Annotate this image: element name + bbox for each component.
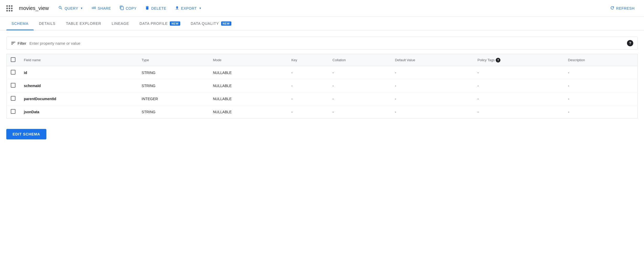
- cell-policy-tags: -: [473, 92, 564, 105]
- table-row: id STRING NULLABLE - - - - -: [7, 66, 638, 79]
- filter-input[interactable]: [29, 41, 627, 46]
- query-dropdown-icon: ▼: [80, 7, 83, 10]
- cell-collation: -: [328, 66, 391, 79]
- cell-collation: -: [328, 79, 391, 92]
- tab-data-profile[interactable]: DATA PROFILE NEW: [134, 17, 185, 30]
- cell-collation: -: [328, 92, 391, 105]
- cell-description: -: [564, 79, 638, 92]
- table-header-row: Field name Type Mode Key Collation Defau…: [7, 54, 638, 66]
- cell-key: -: [287, 105, 328, 118]
- cell-type: INTEGER: [138, 92, 209, 105]
- row-checkbox-cell: [7, 79, 20, 92]
- cell-mode: NULLABLE: [209, 66, 287, 79]
- row-checkbox[interactable]: [11, 109, 15, 114]
- data-profile-badge: NEW: [170, 21, 180, 26]
- cell-policy-tags: -: [473, 66, 564, 79]
- export-label: EXPORT: [181, 6, 197, 10]
- cell-field-name: parentDocumentId: [20, 92, 138, 105]
- share-label: SHARE: [98, 6, 111, 10]
- cell-policy-tags: -: [473, 79, 564, 92]
- filter-bar: Filter ?: [6, 37, 638, 50]
- refresh-icon: [610, 5, 615, 11]
- cell-key: -: [287, 66, 328, 79]
- select-all-checkbox[interactable]: [11, 57, 15, 62]
- refresh-label: REFRESH: [616, 6, 635, 10]
- tab-lineage[interactable]: LINEAGE: [106, 17, 134, 30]
- page-title: movies_view: [19, 5, 49, 11]
- tab-data-quality-label: DATA QUALITY: [191, 21, 219, 26]
- cell-key: -: [287, 79, 328, 92]
- cell-collation: -: [328, 105, 391, 118]
- row-checkbox[interactable]: [11, 83, 15, 88]
- query-label: QUERY: [64, 6, 78, 10]
- header-default-value: Default Value: [391, 54, 473, 66]
- cell-mode: NULLABLE: [209, 92, 287, 105]
- filter-label: Filter: [18, 41, 26, 46]
- row-checkbox-cell: [7, 92, 20, 105]
- tab-details[interactable]: DETAILS: [34, 17, 61, 30]
- export-dropdown-icon: ▼: [199, 7, 201, 10]
- tab-data-quality[interactable]: DATA QUALITY NEW: [185, 17, 237, 30]
- cell-description: -: [564, 105, 638, 118]
- policy-tags-help-icon[interactable]: ?: [496, 58, 500, 63]
- cell-policy-tags: -: [473, 105, 564, 118]
- cell-default-value: -: [391, 66, 473, 79]
- copy-icon: [119, 5, 124, 11]
- toolbar: movies_view QUERY ▼ SHARE COPY DELETE EX…: [0, 0, 644, 17]
- tab-table-explorer-label: TABLE EXPLORER: [66, 21, 101, 26]
- query-button[interactable]: QUERY ▼: [55, 3, 86, 13]
- cell-description: -: [564, 66, 638, 79]
- cell-type: STRING: [138, 79, 209, 92]
- tab-schema-label: SCHEMA: [12, 21, 29, 26]
- cell-type: STRING: [138, 66, 209, 79]
- header-checkbox-cell: [7, 54, 20, 66]
- share-button[interactable]: SHARE: [88, 3, 114, 13]
- tab-table-explorer[interactable]: TABLE EXPLORER: [61, 17, 107, 30]
- cell-mode: NULLABLE: [209, 79, 287, 92]
- copy-button[interactable]: COPY: [116, 3, 140, 13]
- export-button[interactable]: EXPORT ▼: [172, 3, 205, 13]
- tab-data-profile-label: DATA PROFILE: [140, 21, 168, 26]
- header-description: Description: [564, 54, 638, 66]
- query-icon: [58, 5, 63, 11]
- tab-schema[interactable]: SCHEMA: [6, 17, 34, 30]
- cell-field-name: jsonData: [20, 105, 138, 118]
- header-mode: Mode: [209, 54, 287, 66]
- cell-field-name: id: [20, 66, 138, 79]
- header-policy-tags: Policy Tags ?: [473, 54, 564, 66]
- header-type: Type: [138, 54, 209, 66]
- tab-lineage-label: LINEAGE: [112, 21, 129, 26]
- row-checkbox[interactable]: [11, 96, 15, 101]
- cell-default-value: -: [391, 92, 473, 105]
- header-field-name: Field name: [20, 54, 138, 66]
- cell-mode: NULLABLE: [209, 105, 287, 118]
- cell-default-value: -: [391, 79, 473, 92]
- table-row: jsonData STRING NULLABLE - - - - -: [7, 105, 638, 118]
- cell-key: -: [287, 92, 328, 105]
- table-row: schemaId STRING NULLABLE - - - - -: [7, 79, 638, 92]
- edit-schema-button[interactable]: EDIT SCHEMA: [6, 129, 46, 139]
- header-key: Key: [287, 54, 328, 66]
- filter-icon-label: Filter: [11, 41, 26, 46]
- table-row: parentDocumentId INTEGER NULLABLE - - - …: [7, 92, 638, 105]
- share-icon: [91, 5, 96, 11]
- cell-field-name: schemaId: [20, 79, 138, 92]
- filter-help-icon[interactable]: ?: [627, 40, 633, 46]
- header-collation: Collation: [328, 54, 391, 66]
- row-checkbox-cell: [7, 105, 20, 118]
- apps-grid-icon[interactable]: [6, 5, 13, 12]
- refresh-button[interactable]: REFRESH: [607, 3, 638, 13]
- tab-bar: SCHEMA DETAILS TABLE EXPLORER LINEAGE DA…: [0, 17, 644, 30]
- row-checkbox-cell: [7, 66, 20, 79]
- data-quality-badge: NEW: [221, 21, 231, 26]
- tab-details-label: DETAILS: [39, 21, 56, 26]
- delete-label: DELETE: [151, 6, 166, 10]
- delete-icon: [145, 5, 150, 11]
- cell-default-value: -: [391, 105, 473, 118]
- main-content: Filter ? Field name Type Mode Key Collat…: [0, 30, 644, 150]
- delete-button[interactable]: DELETE: [142, 3, 169, 13]
- schema-table: Field name Type Mode Key Collation Defau…: [6, 54, 638, 118]
- export-icon: [175, 5, 179, 11]
- row-checkbox[interactable]: [11, 70, 15, 75]
- copy-label: COPY: [126, 6, 137, 10]
